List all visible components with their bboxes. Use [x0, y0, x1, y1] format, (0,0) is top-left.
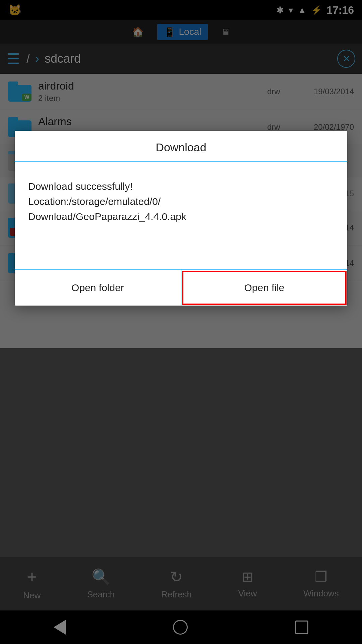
- dialog-actions: Open folder Open file: [15, 269, 347, 306]
- dialog-title: Download: [15, 131, 347, 162]
- dialog-content: Download successfully! Location:/storage…: [15, 162, 347, 269]
- dialog-message: Download successfully! Location:/storage…: [28, 181, 186, 222]
- open-folder-button[interactable]: Open folder: [15, 270, 181, 306]
- dim-overlay: [0, 0, 362, 644]
- open-file-button[interactable]: Open file: [181, 270, 347, 306]
- download-dialog: Download Download successfully! Location…: [15, 131, 347, 306]
